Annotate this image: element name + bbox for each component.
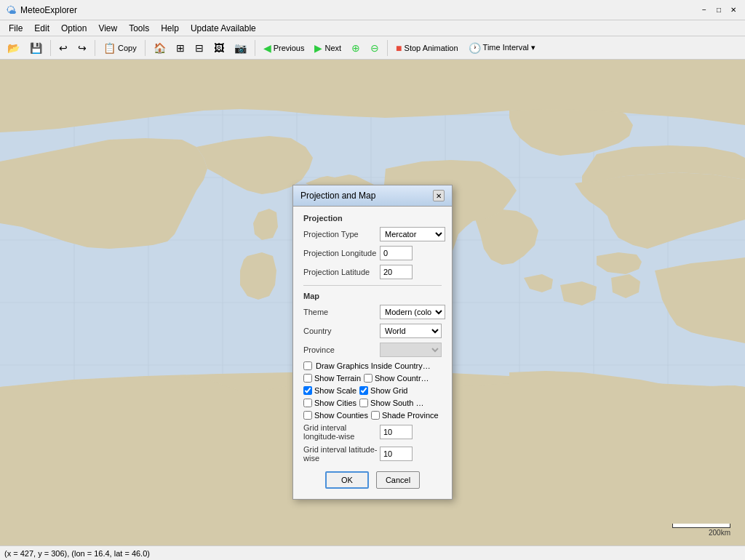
scale-grid-row: Show Scale Show Grid	[303, 386, 442, 395]
show-scale-checkbox[interactable]	[303, 386, 312, 395]
copy-label: Copy	[118, 44, 137, 52]
previous-button[interactable]: ◀ Previous	[259, 39, 309, 57]
stop-animation-button[interactable]: ■ Stop Animation	[391, 39, 462, 57]
show-grid-checkbox[interactable]	[359, 386, 368, 395]
projection-type-row: Projection Type Mercator Lambert Stereog…	[303, 227, 442, 241]
grid-longitude-input[interactable]	[380, 425, 413, 439]
zoom-out-button[interactable]: ⊖	[366, 39, 383, 57]
next-button[interactable]: ▶ Next	[310, 39, 346, 57]
map-area[interactable]: 200km Projection and Map ✕ Projection Pr…	[0, 60, 745, 545]
menu-help[interactable]: Help	[155, 22, 185, 35]
shade-province-label: Shade Province	[382, 411, 439, 420]
country-label: Country	[303, 327, 380, 335]
zoom-in-icon: ⊕	[351, 42, 360, 54]
projection-longitude-label: Projection Longitude	[303, 249, 380, 257]
show-grid-label: Show Grid	[370, 386, 407, 395]
camera-icon: 📷	[234, 42, 247, 54]
view-button[interactable]: 🖼	[210, 39, 228, 57]
undo-button[interactable]: ↩	[55, 39, 72, 57]
maximize-button[interactable]: □	[713, 4, 725, 16]
menu-file[interactable]: File	[3, 22, 28, 35]
dialog-body: Projection Projection Type Mercator Lamb…	[293, 207, 452, 499]
menu-tools[interactable]: Tools	[123, 22, 155, 35]
zoom-out-icon: ⊖	[370, 42, 379, 54]
home-icon: 🏠	[154, 42, 166, 54]
projection-latitude-row: Projection Latitude	[303, 265, 442, 279]
save-button[interactable]: 💾	[25, 39, 47, 57]
next-label: Next	[324, 44, 341, 52]
menu-update[interactable]: Update Available	[185, 22, 262, 35]
grid1-button[interactable]: ⊞	[172, 39, 189, 57]
cities-sea-row: Show Cities Show South Sea	[303, 399, 442, 407]
show-south-sea-checkbox[interactable]	[359, 399, 368, 407]
show-cities-checkbox[interactable]	[303, 399, 312, 407]
section-divider	[303, 285, 442, 286]
redo-icon: ↪	[78, 42, 87, 54]
menu-bar: File Edit Option View Tools Help Update …	[0, 20, 745, 36]
grid-latitude-input[interactable]	[380, 447, 413, 461]
show-country-checkbox[interactable]	[364, 374, 372, 383]
separator-2	[95, 40, 95, 56]
show-counties-label: Show Counties	[314, 411, 368, 420]
draw-graphics-checkbox[interactable]	[303, 361, 312, 370]
show-south-sea-label: Show South Sea	[370, 399, 425, 407]
show-counties-checkbox[interactable]	[303, 411, 312, 420]
time-interval-button[interactable]: 🕐 Time Interval ▾	[464, 39, 540, 57]
projection-section-label: Projection	[303, 214, 442, 223]
projection-map-dialog: Projection and Map ✕ Projection Projecti…	[292, 185, 453, 500]
grid2-icon: ⊟	[195, 42, 204, 54]
time-interval-label: Time Interval ▾	[483, 43, 535, 52]
projection-latitude-input[interactable]	[380, 265, 413, 279]
theme-label: Theme	[303, 308, 380, 316]
dialog-title: Projection and Map	[300, 191, 375, 201]
cancel-button[interactable]: Cancel	[376, 471, 420, 489]
zoom-in-button[interactable]: ⊕	[347, 39, 364, 57]
stop-icon: ■	[396, 42, 402, 54]
undo-icon: ↩	[59, 42, 68, 54]
terrain-country-row: Show Terrain Show Country Bo	[303, 374, 442, 383]
grid-latitude-row: Grid interval latitude-wise	[303, 445, 442, 463]
grid2-button[interactable]: ⊟	[191, 39, 208, 57]
dialog-header[interactable]: Projection and Map ✕	[293, 185, 452, 207]
grid-longitude-label: Grid interval longitude-wise	[303, 423, 380, 441]
app-icon: 🌤	[6, 4, 16, 16]
menu-view[interactable]: View	[92, 22, 123, 35]
show-terrain-label: Show Terrain	[314, 374, 361, 383]
separator-3	[145, 40, 146, 56]
show-country-label: Show Country Bo	[375, 374, 429, 383]
clock-icon: 🕐	[469, 42, 481, 54]
show-cities-label: Show Cities	[314, 399, 356, 407]
copy-icon: 📋	[103, 42, 116, 54]
app-title: MeteoExplorer	[20, 5, 698, 15]
dialog-close-button[interactable]: ✕	[433, 190, 445, 201]
status-text: (x = 427, y = 306), (lon = 16.4, lat = 4…	[4, 549, 150, 558]
minimize-button[interactable]: −	[698, 4, 710, 16]
home-button[interactable]: 🏠	[149, 39, 170, 57]
menu-option[interactable]: Option	[55, 22, 92, 35]
ok-button[interactable]: OK	[325, 471, 369, 489]
folder-icon: 📂	[7, 42, 20, 54]
camera-button[interactable]: 📷	[230, 39, 251, 57]
show-terrain-checkbox[interactable]	[303, 374, 312, 383]
menu-edit[interactable]: Edit	[28, 22, 55, 35]
dialog-overlay: Projection and Map ✕ Projection Projecti…	[0, 119, 745, 531]
shade-province-checkbox[interactable]	[371, 411, 380, 420]
province-select[interactable]	[380, 343, 442, 357]
copy-button[interactable]: 📋 Copy	[99, 39, 141, 57]
show-south-sea-item: Show South Sea	[359, 399, 425, 407]
draw-graphics-row: Draw Graphics Inside Country/Pr	[303, 361, 442, 370]
open-button[interactable]: 📂	[3, 39, 24, 57]
show-cities-item: Show Cities	[303, 399, 356, 407]
redo-button[interactable]: ↪	[73, 39, 91, 57]
country-select[interactable]: World USA	[380, 324, 442, 338]
theme-select[interactable]: Modern (color) Classic	[380, 305, 445, 319]
close-button[interactable]: ✕	[728, 4, 739, 16]
window-controls: − □ ✕	[698, 4, 739, 16]
grid1-icon: ⊞	[176, 42, 185, 54]
previous-icon: ◀	[263, 42, 271, 54]
show-scale-item: Show Scale	[303, 386, 356, 395]
projection-longitude-input[interactable]	[380, 246, 413, 260]
projection-type-select[interactable]: Mercator Lambert Stereographic	[380, 227, 445, 241]
province-row: Province	[303, 343, 442, 357]
stop-animation-label: Stop Animation	[405, 44, 458, 52]
